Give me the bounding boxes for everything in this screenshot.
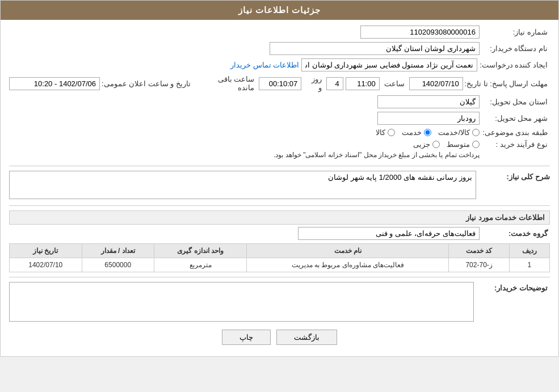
page-header: جزئیات اطلاعات نیاز [1,1,558,20]
radio-motovaset[interactable]: متوسط [447,140,480,149]
saat-label: ساعت [384,79,405,88]
gorooh-row: گروه خدمت: [9,227,550,240]
tabaqe-row: طبقه بندی موضوعی: کالا/خدمت خدمت کالا [9,128,550,137]
shar-label: شرح کلی نیاز: [476,171,550,181]
shar-row: شرح کلی نیاز: [9,171,550,201]
services-table: ردیف کد خدمت نام خدمت واحد اندازه گیری ت… [9,243,550,272]
noue-note: پرداخت تمام یا بخشی از مبلغ خریداز محل "… [274,151,480,159]
shomara-label: شماره نیاز: [482,28,550,36]
tozihat-textarea[interactable] [9,282,474,322]
radio-kala-label: کالا [376,128,385,137]
shahr-label: شهر محل تحویل: [482,114,550,123]
ijad-row: ایجاد کننده درخواست: اطلاعات تماس خریدار [9,58,550,71]
radio-motovaset-input[interactable] [472,141,480,148]
roz-label: روز و [306,75,321,92]
tarikh-label: تاریخ و ساعت اعلان عمومی: [102,79,193,88]
col-radif: ردیف [509,244,549,258]
tozihat-row: توضیحات خریدار: [9,282,550,322]
khadamat-section-header: اطلاعات خدمات مورد نیاز [9,210,550,225]
page-title: جزئیات اطلاعات نیاز [238,5,321,15]
ostan-row: استان محل تحویل: [9,95,550,108]
dasgah-label: نام دستگاه خریدار: [482,44,550,53]
col-code: کد خدمت [449,244,510,258]
gorooh-label: گروه خدمت: [482,229,550,238]
btn-bazgasht[interactable]: بازگشت [276,330,337,345]
tabaqe-radio-group: کالا/خدمت خدمت کالا [376,128,480,137]
radio-khadamat-label: خدمت [402,128,422,137]
tabaqe-label: طبقه بندی موضوعی: [482,128,550,137]
shahr-row: شهر محل تحویل: [9,112,550,125]
dasgah-input[interactable] [270,42,480,55]
col-count: تعداد / مقدار [82,244,154,258]
dasgah-row: نام دستگاه خریدار: [9,42,550,55]
roz-input[interactable] [326,77,343,90]
noue-radio-group: متوسط جزیی [274,140,480,149]
shar-textarea[interactable] [9,171,476,199]
mande-input[interactable] [259,77,301,90]
ostan-label: استان محل تحویل: [482,98,550,106]
shar-content-wrap [9,171,476,201]
noue-row: نوع فرآیند خرید : متوسط جزیی پرداخت تمام… [9,140,550,161]
saat-input[interactable] [346,77,380,90]
gorooh-input[interactable] [298,227,480,240]
mande-label: ساعت باقی مانده [200,75,254,92]
button-row: بازگشت چاپ [9,330,550,345]
noue-label: نوع فرآیند خرید : [482,140,550,149]
col-name: نام خدمت [247,244,449,258]
tozihat-label: توضیحات خریدار: [476,282,550,292]
col-date: تاریخ نیاز [10,244,82,258]
radio-motovaset-label: متوسط [447,140,470,149]
radio-kala-khadamat[interactable]: کالا/خدمت [438,128,480,137]
shomara-row: شماره نیاز: [9,26,550,39]
mohlat-label: مهلت ارسال پاسخ: تا تاریخ: [465,79,550,88]
tarikh-input[interactable] [9,77,100,90]
shomara-input[interactable] [360,26,480,39]
col-unit: واحد اندازه گیری [154,244,246,258]
ostan-input[interactable] [377,95,480,108]
tarikh-row: مهلت ارسال پاسخ: تا تاریخ: ساعت روز و سا… [9,75,550,92]
ijad-link[interactable]: اطلاعات تماس خریدار [230,61,299,69]
radio-kala-input[interactable] [388,129,395,136]
radio-jozi-input[interactable] [432,141,440,148]
btn-chap[interactable]: چاپ [222,330,271,345]
radio-khadamat[interactable]: خدمت [402,128,431,137]
radio-kala[interactable]: کالا [376,128,395,137]
radio-kala-khadamat-label: کالا/خدمت [438,128,470,137]
radio-jozi-label: جزیی [413,140,430,149]
date1-input[interactable] [409,77,463,90]
radio-jozi[interactable]: جزیی [413,140,440,149]
shahr-input[interactable] [377,112,480,125]
radio-kala-khadamat-input[interactable] [472,129,480,136]
table-row: 1ز-70-702فعالیت‌های مشاوره‌ای مربوط به م… [10,258,550,272]
radio-khadamat-input[interactable] [424,129,431,136]
ijad-input[interactable] [301,58,477,71]
ijad-label: ایجاد کننده درخواست: [480,61,550,69]
